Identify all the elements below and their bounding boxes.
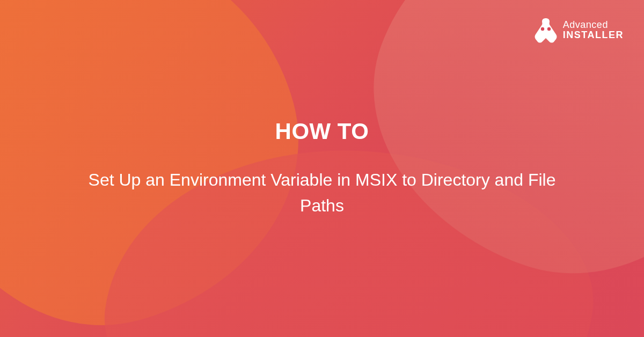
svg-point-1 [547,27,551,31]
page-heading: HOW TO [275,119,369,144]
page-subtitle: Set Up an Environment Variable in MSIX t… [86,167,558,218]
content-container: HOW TO Set Up an Environment Variable in… [0,0,644,337]
logo-icon [535,17,557,43]
brand-logo: Advanced INSTALLER [535,17,624,43]
logo-text-bottom: INSTALLER [563,30,624,40]
logo-text: Advanced INSTALLER [563,20,624,40]
logo-text-top: Advanced [563,20,624,30]
svg-point-0 [541,27,544,31]
